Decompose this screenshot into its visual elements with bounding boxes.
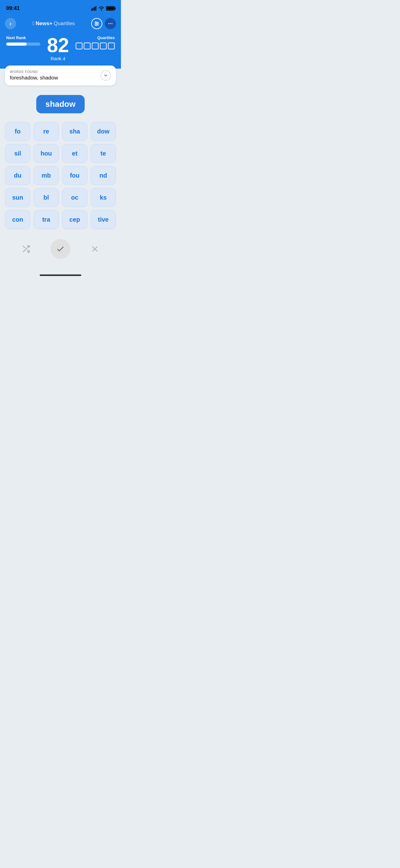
tile-text-te: te: [100, 150, 106, 157]
progress-bar: [6, 42, 40, 45]
app-name: News+: [36, 21, 53, 27]
status-bar: 09:41: [0, 0, 121, 16]
tile-fou[interactable]: fou: [62, 166, 88, 185]
words-found-list: foreshadow, shadow: [10, 75, 58, 81]
submit-button[interactable]: [51, 239, 70, 259]
shuffle-icon: [22, 245, 30, 253]
score-center: 82 Rank 4: [47, 35, 69, 61]
status-time: 09:41: [6, 5, 20, 11]
tile-sil[interactable]: sil: [5, 144, 30, 163]
game-area: shadow foreshadowsilhouettedumbfoundsunb…: [0, 89, 121, 271]
tile-text-tra: tra: [42, 216, 50, 223]
more-button[interactable]: [105, 18, 116, 29]
back-button[interactable]: ‹: [5, 18, 16, 29]
chevron-down-icon: [103, 73, 108, 78]
rank-label: Rank 4: [51, 56, 65, 61]
wifi-icon: [99, 6, 104, 10]
battery-icon: [106, 6, 115, 10]
tile-bl[interactable]: bl: [33, 188, 59, 207]
tile-text-bl: bl: [43, 194, 49, 201]
tile-cep[interactable]: cep: [62, 210, 88, 229]
quartile-box-3: [92, 42, 99, 49]
tile-fo[interactable]: fo: [5, 122, 30, 141]
app-subtitle: Quartiles: [54, 21, 75, 27]
tile-text-ks: ks: [100, 194, 107, 201]
signal-icon: [91, 6, 97, 10]
tile-text-dow: dow: [97, 128, 109, 135]
close-icon: [91, 245, 99, 253]
svg-point-11: [110, 23, 111, 24]
svg-rect-1: [93, 8, 94, 10]
tile-oc[interactable]: oc: [62, 188, 88, 207]
svg-point-7: [95, 22, 96, 23]
tile-text-mb: mb: [41, 172, 51, 179]
expand-words-button[interactable]: [100, 70, 111, 81]
tile-con[interactable]: con: [5, 210, 30, 229]
tile-text-sha: sha: [69, 128, 80, 135]
svg-point-10: [108, 23, 109, 24]
quartiles-section: Quartiles: [76, 35, 115, 49]
settings-icon: [94, 21, 100, 26]
next-rank-section: Next Rank: [6, 35, 40, 45]
tile-text-sil: sil: [14, 150, 21, 157]
next-rank-label: Next Rank: [6, 35, 40, 40]
tile-text-fo: fo: [15, 128, 21, 135]
settings-button[interactable]: [91, 18, 102, 29]
svg-rect-2: [94, 7, 95, 11]
progress-fill: [6, 42, 27, 45]
tile-tive[interactable]: tive: [91, 210, 116, 229]
current-word-container: shadow: [5, 95, 116, 113]
more-icon: [108, 21, 113, 26]
tile-text-et: et: [72, 150, 77, 157]
clear-button[interactable]: [86, 240, 104, 258]
tile-text-oc: oc: [71, 194, 78, 201]
home-indicator: [0, 271, 121, 281]
home-bar: [40, 274, 81, 276]
svg-rect-0: [91, 9, 92, 10]
tile-text-nd: nd: [100, 172, 107, 179]
shuffle-button[interactable]: [18, 240, 35, 258]
bottom-actions: [5, 237, 116, 266]
tile-sha[interactable]: sha: [62, 122, 88, 141]
tile-nd[interactable]: nd: [91, 166, 116, 185]
tile-text-cep: cep: [69, 216, 80, 223]
tile-text-du: du: [14, 172, 22, 179]
words-found-content: WORDS FOUND foreshadow, shadow: [10, 70, 58, 81]
tile-text-tive: tive: [98, 216, 108, 223]
checkmark-icon: [56, 244, 65, 254]
tile-grid: foreshadowsilhouettedumbfoundsunblocksco…: [5, 122, 116, 229]
words-found-label: WORDS FOUND: [10, 70, 58, 73]
header-title:  News+ Quartiles: [33, 21, 75, 27]
tile-dow[interactable]: dow: [91, 122, 116, 141]
apple-logo-icon: : [33, 21, 34, 26]
quartile-box-4: [100, 42, 107, 49]
tile-tra[interactable]: tra: [33, 210, 59, 229]
tile-re[interactable]: re: [33, 122, 59, 141]
score-number: 82: [47, 35, 69, 55]
tile-ks[interactable]: ks: [91, 188, 116, 207]
quartiles-label: Quartiles: [97, 35, 115, 40]
quartile-box-1: [76, 42, 82, 49]
tile-text-sun: sun: [12, 194, 23, 201]
current-word-tile: shadow: [36, 95, 85, 113]
tile-text-con: con: [12, 216, 23, 223]
svg-point-8: [97, 23, 98, 24]
tile-te[interactable]: te: [91, 144, 116, 163]
header-actions: [91, 18, 116, 29]
tile-text-re: re: [43, 128, 49, 135]
status-icons: [91, 6, 115, 10]
back-chevron-icon: ‹: [10, 21, 11, 27]
quartile-box-5: [108, 42, 115, 49]
tile-sun[interactable]: sun: [5, 188, 30, 207]
quartile-boxes: [76, 42, 115, 49]
svg-rect-3: [96, 6, 96, 10]
tile-mb[interactable]: mb: [33, 166, 59, 185]
tile-du[interactable]: du: [5, 166, 30, 185]
header: ‹  News+ Quartiles: [0, 16, 121, 35]
current-word-text: shadow: [45, 99, 76, 108]
tile-hou[interactable]: hou: [33, 144, 59, 163]
words-found-card: WORDS FOUND foreshadow, shadow: [5, 65, 116, 85]
tile-et[interactable]: et: [62, 144, 88, 163]
tile-text-hou: hou: [41, 150, 52, 157]
tile-text-fou: fou: [70, 172, 79, 179]
